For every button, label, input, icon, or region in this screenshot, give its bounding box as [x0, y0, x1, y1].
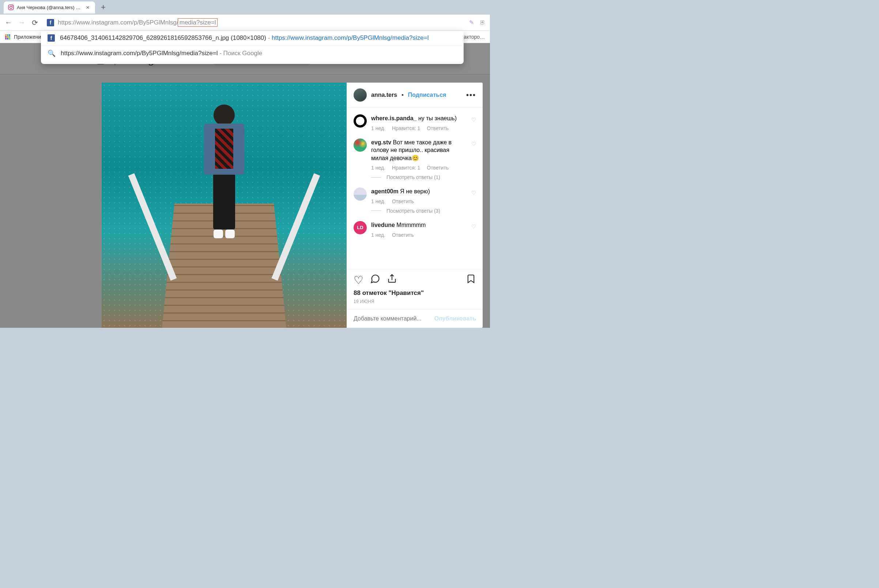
comment-time: 1 нед.: [371, 165, 385, 171]
comment-text: where.is.panda_ ну ты знаешь): [371, 114, 466, 122]
commenter-username[interactable]: agent00m: [371, 188, 398, 194]
add-comment: Опубликовать: [347, 309, 483, 328]
apps-icon[interactable]: [5, 34, 10, 39]
comment-like-icon[interactable]: ♡: [471, 223, 476, 230]
svg-rect-0: [8, 5, 14, 10]
browser-tab[interactable]: Аня Чернова (@anna.ters) • Ф ×: [4, 2, 95, 14]
comment: agent00m Я не верю)1 нед.ОтветитьПосмотр…: [353, 184, 476, 217]
suggestion-item[interactable]: f 64678406_314061142829706_6289261816592…: [41, 31, 464, 46]
bookmarks-apps-label[interactable]: Приложения: [14, 34, 44, 40]
reload-button[interactable]: ⟳: [31, 18, 39, 27]
post-image[interactable]: [102, 82, 347, 328]
more-options-icon[interactable]: •••: [466, 91, 476, 99]
comment-like-icon[interactable]: ♡: [471, 190, 476, 196]
like-heart-icon[interactable]: ♡: [353, 274, 364, 286]
author-avatar[interactable]: [353, 88, 367, 102]
new-tab-button[interactable]: +: [95, 3, 111, 12]
comment-bubble-icon[interactable]: [370, 274, 380, 286]
comment-like-icon[interactable]: ♡: [471, 117, 476, 123]
shield-icon[interactable]: ⛨: [480, 20, 485, 26]
back-button[interactable]: ←: [5, 18, 12, 27]
commenter-avatar[interactable]: [353, 114, 367, 128]
facebook-site-icon: f: [47, 19, 54, 26]
commenter-avatar[interactable]: [353, 188, 367, 201]
comment-text: evg.stv Вот мне такое даже в голову не п…: [371, 138, 466, 162]
post-date: 19 июня: [347, 298, 483, 309]
feather-icon[interactable]: ✎: [469, 19, 474, 26]
publish-button[interactable]: Опубликовать: [434, 315, 476, 322]
post-modal: anna.ters • Подписаться ••• where.is.pan…: [102, 82, 483, 328]
suggestion-item[interactable]: 🔍 https://www.instagram.com/p/By5PGlMnls…: [41, 46, 464, 61]
comment-reply-button[interactable]: Ответить: [427, 165, 449, 171]
url-highlight: media?size=l: [178, 18, 218, 27]
view-replies-button[interactable]: Посмотреть ответы (3): [386, 208, 440, 214]
comment-likes[interactable]: Нравится: 1: [392, 125, 420, 131]
instagram-favicon-icon: [8, 4, 14, 10]
suggestion-text: https://www.instagram.com/p/By5PGlMnlsg/…: [61, 50, 262, 57]
comment: where.is.panda_ ну ты знаешь)1 нед.Нрави…: [353, 111, 476, 134]
likes-count[interactable]: 88 отметок "Нравится": [347, 288, 483, 298]
commenter-username[interactable]: evg.stv: [371, 139, 391, 146]
toolbar-right: ✎ ⛨: [469, 19, 485, 26]
comment-reply-button[interactable]: Ответить: [392, 232, 414, 238]
comment-input[interactable]: [353, 315, 431, 322]
post-header: anna.ters • Подписаться •••: [347, 82, 483, 108]
comment-time: 1 нед.: [371, 232, 385, 238]
comment-text: livedune Mmmmmm: [371, 221, 466, 229]
svg-point-1: [10, 6, 12, 9]
tab-title: Аня Чернова (@anna.ters) • Ф: [17, 5, 82, 10]
suggestion-text: 64678406_314061142829706_628926181659285…: [60, 34, 428, 42]
follow-button[interactable]: Подписаться: [408, 92, 446, 98]
address-bar[interactable]: f https://www.instagram.com/p/By5PGlMnls…: [44, 17, 464, 28]
commenter-username[interactable]: where.is.panda_: [371, 115, 417, 122]
svg-point-2: [12, 6, 13, 6]
commenter-avatar[interactable]: [353, 138, 367, 152]
comment-likes[interactable]: Нравится: 1: [392, 165, 420, 171]
forward-button[interactable]: →: [18, 18, 26, 27]
comment-text: agent00m Я не верю): [371, 188, 466, 195]
view-replies-button[interactable]: Посмотреть ответы (1): [386, 174, 440, 180]
tab-bar: Аня Чернова (@anna.ters) • Ф × +: [0, 0, 490, 15]
comment-like-icon[interactable]: ♡: [471, 141, 476, 147]
search-icon: 🔍: [48, 50, 56, 57]
commenter-username[interactable]: livedune: [371, 222, 395, 228]
share-icon[interactable]: [387, 274, 397, 286]
author-username[interactable]: anna.ters: [371, 92, 397, 98]
bookmark-icon[interactable]: [466, 274, 476, 286]
comment: evg.stv Вот мне такое даже в голову не п…: [353, 136, 476, 183]
post-sidebar: anna.ters • Подписаться ••• where.is.pan…: [347, 82, 483, 328]
comment-time: 1 нед.: [371, 125, 385, 131]
url-text: https://www.instagram.com/p/By5PGlMnlsg/…: [58, 19, 218, 26]
comment-reply-button[interactable]: Ответить: [392, 198, 414, 204]
nav-bar: ← → ⟳ f https://www.instagram.com/p/By5P…: [0, 15, 490, 31]
comment-reply-button[interactable]: Ответить: [427, 125, 449, 131]
comment: LDlivedune Mmmmmm1 нед.Ответить♡: [353, 218, 476, 241]
facebook-site-icon: f: [48, 34, 55, 42]
commenter-avatar[interactable]: LD: [353, 221, 367, 234]
post-actions: ♡: [347, 269, 483, 288]
bookmarks-overflow[interactable]: дакторо…: [461, 34, 485, 40]
tab-close-icon[interactable]: ×: [85, 4, 91, 10]
comments-list: where.is.panda_ ну ты знаешь)1 нед.Нрави…: [347, 108, 483, 269]
comment-time: 1 нед.: [371, 198, 385, 204]
url-suggestions: f 64678406_314061142829706_6289261816592…: [41, 31, 464, 64]
